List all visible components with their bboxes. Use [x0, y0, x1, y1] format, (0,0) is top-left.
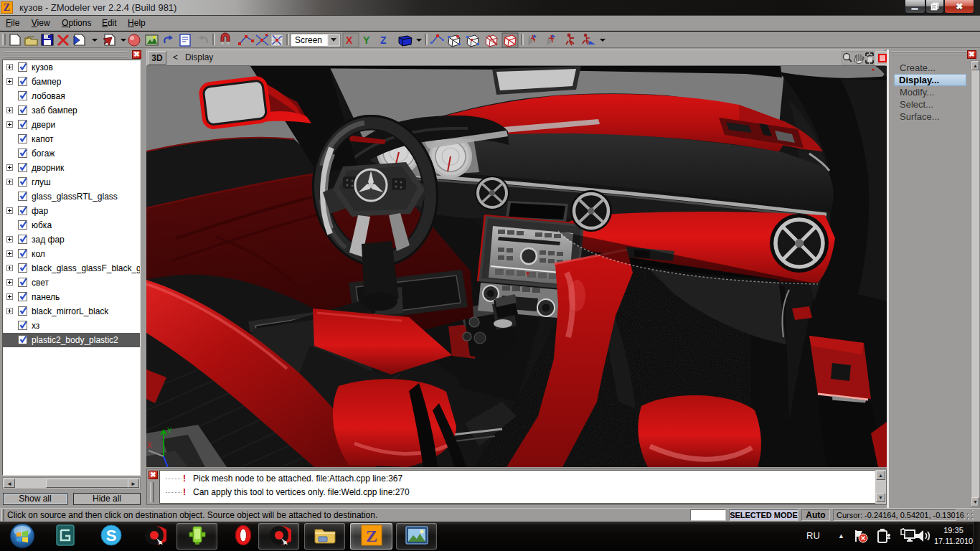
- svg-text:Screen: Screen: [295, 35, 322, 45]
- svg-text:A: A: [283, 540, 288, 546]
- svg-text:X: X: [346, 34, 353, 46]
- svg-text:Z: Z: [365, 527, 377, 545]
- svg-text:S: S: [105, 527, 116, 545]
- svg-text:X: X: [147, 441, 152, 449]
- svg-text:Z: Z: [380, 34, 387, 46]
- svg-text:A: A: [159, 540, 163, 546]
- svg-text:Y: Y: [167, 427, 172, 435]
- svg-text:Y: Y: [363, 34, 370, 46]
